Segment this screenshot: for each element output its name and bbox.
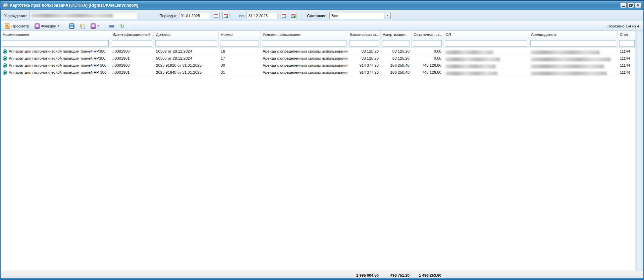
grid-filter-row	[1, 39, 643, 48]
institution-label: Учреждение:	[4, 14, 27, 18]
refresh-icon: ↻	[119, 23, 125, 29]
view-button[interactable]: ✎ Просмотр	[3, 22, 31, 30]
toolbar-separator	[104, 23, 104, 29]
period-from-calendar-pick-button[interactable]	[222, 12, 229, 19]
table-row[interactable]: Аппарат для гистологической проводки тка…	[1, 69, 643, 76]
cell-contract: 2025.91610 от 31.01.2025	[154, 62, 219, 69]
grid-header-row: Наименование Идентификационный... Догово…	[1, 31, 643, 39]
column-header-contract[interactable]: Договор	[154, 31, 219, 39]
calendar-icon	[282, 14, 286, 18]
window-bottom-border	[1, 278, 643, 280]
cell-terms: Аренда с определенным сроком использован…	[261, 55, 348, 62]
cell-name: Аппарат для гистологической проводки тка…	[9, 63, 106, 67]
window-title: Картотека прав пользования (ОС/НПА) [Rig…	[10, 3, 620, 8]
totals-footer: 1 995 004,80 498 751,20 1 496 253,60	[1, 271, 643, 278]
filter-number-input[interactable]	[220, 40, 259, 47]
functions-menu-button[interactable]: ✱ Функции ▾	[33, 22, 61, 30]
calendar-icon	[214, 14, 218, 18]
cell-residual: 0,00	[412, 55, 443, 62]
column-header-id[interactable]: Идентификационный...	[110, 31, 154, 39]
cell-lessor-redacted	[529, 55, 618, 62]
print-button[interactable]	[107, 22, 116, 30]
period-from-calendar-button[interactable]	[213, 12, 220, 19]
cell-residual: 748 126,80	[412, 69, 443, 76]
column-header-amortization[interactable]: Амортизация	[381, 31, 412, 39]
cell-name: Аппарат для гистологической проводки тка…	[9, 56, 105, 60]
cell-balance: 914 377,20	[348, 69, 381, 76]
state-label: Состояние:	[307, 14, 327, 18]
cell-contract: 2025.91640 от 31.01.2025	[154, 69, 219, 76]
gear-icon: ✱	[35, 23, 40, 29]
cell-ol-redacted	[443, 69, 529, 76]
column-header-lessor[interactable]: Арендодатель	[529, 31, 618, 39]
table-row[interactable]: Аппарат для гистологической проводки тка…	[1, 48, 643, 55]
period-from-input[interactable]	[179, 12, 210, 19]
cell-terms: Аренда с определенным сроком использован…	[261, 69, 348, 76]
period-to-label: по:	[239, 14, 245, 18]
refresh-button[interactable]: ↻	[117, 22, 127, 30]
printer-icon	[109, 23, 114, 29]
filter-balance-input[interactable]	[350, 40, 379, 47]
minimize-button[interactable]	[620, 2, 627, 8]
filter-terms-input[interactable]	[262, 40, 346, 47]
institution-field[interactable]	[29, 12, 137, 19]
cell-ol-redacted	[443, 62, 529, 69]
restore-button[interactable]	[628, 2, 634, 8]
chevron-down-icon: ▾	[58, 24, 59, 27]
filter-ol-input[interactable]	[445, 40, 527, 47]
filter-contract-input[interactable]	[155, 40, 217, 47]
vertical-scrollbar[interactable]	[635, 31, 643, 271]
card-index-icon	[3, 3, 8, 8]
column-header-name[interactable]: Наименование	[1, 31, 110, 39]
filter-name-input[interactable]	[2, 40, 109, 47]
total-amortization: 498 751,20	[381, 272, 412, 277]
period-to-calendar-button[interactable]	[280, 12, 287, 19]
calendar-pick-icon	[224, 14, 228, 18]
table-row[interactable]: Аппарат для гистологической проводки тка…	[1, 55, 643, 62]
cell-terms: Аренда с определенным сроком использован…	[261, 62, 348, 69]
column-header-terms[interactable]: Условия пользования	[261, 31, 348, 39]
column-header-ol[interactable]: ОЛ	[443, 31, 529, 39]
period-to-calendar-pick-button[interactable]	[290, 12, 297, 19]
state-combo-input[interactable]	[329, 12, 384, 19]
calendar-pick-icon	[291, 14, 296, 18]
table-row[interactable]: Аппарат для гистологической проводки тка…	[1, 62, 643, 69]
cell-lessor-redacted	[529, 48, 618, 55]
close-button[interactable]: ×	[635, 2, 641, 8]
settings-menu-button[interactable]: ✱ ▾	[89, 22, 101, 30]
grid-empty-area	[1, 76, 643, 271]
cell-id: л0001900	[110, 62, 154, 69]
filter-amortization-input[interactable]	[382, 40, 410, 47]
cell-contract: 50302 от 28.12.2024	[154, 48, 219, 55]
filter-id-input[interactable]	[112, 40, 152, 47]
period-from-label: Период с:	[159, 14, 177, 18]
column-header-account[interactable]: Счет	[618, 31, 636, 39]
copy-button[interactable]	[78, 22, 87, 30]
filter-residual-input[interactable]	[413, 40, 442, 47]
period-to-input[interactable]	[247, 12, 277, 19]
cell-amortization: 166 250,40	[381, 62, 412, 69]
cell-name: Аппарат для гистологической проводки тка…	[9, 49, 105, 53]
column-header-residual[interactable]: Остаточная ст...	[412, 31, 443, 39]
list-icon	[69, 23, 74, 29]
filter-lessor-input[interactable]	[530, 40, 616, 47]
title-bar: Картотека прав пользования (ОС/НПА) [Rig…	[1, 1, 643, 10]
cell-number: 30	[219, 62, 261, 69]
toolbar-separator	[129, 23, 130, 29]
record-status-icon	[3, 49, 7, 54]
cell-name: Аппарат для гистологической проводки тка…	[9, 70, 106, 74]
column-header-number[interactable]: Номер	[219, 31, 261, 39]
cell-id: л0001900	[110, 48, 154, 55]
pencil-icon: ✎	[5, 23, 10, 29]
details-list-button[interactable]	[67, 22, 76, 30]
cell-ol-redacted	[443, 55, 529, 62]
cell-account: 11144	[618, 48, 636, 55]
cell-number: 31	[219, 69, 261, 76]
state-combo-dropdown-button[interactable]: ▼	[384, 12, 391, 19]
toolbar: ✎ Просмотр ✱ Функции ▾ ✱ ▾ ↻ Показано 1-…	[1, 21, 643, 31]
filter-account-input[interactable]	[619, 40, 635, 47]
cell-balance: 914 377,20	[348, 62, 381, 69]
column-header-balance[interactable]: Балансовая ст...	[348, 31, 381, 39]
functions-button-label: Функции	[41, 24, 56, 28]
gear-icon: ✱	[91, 23, 96, 29]
